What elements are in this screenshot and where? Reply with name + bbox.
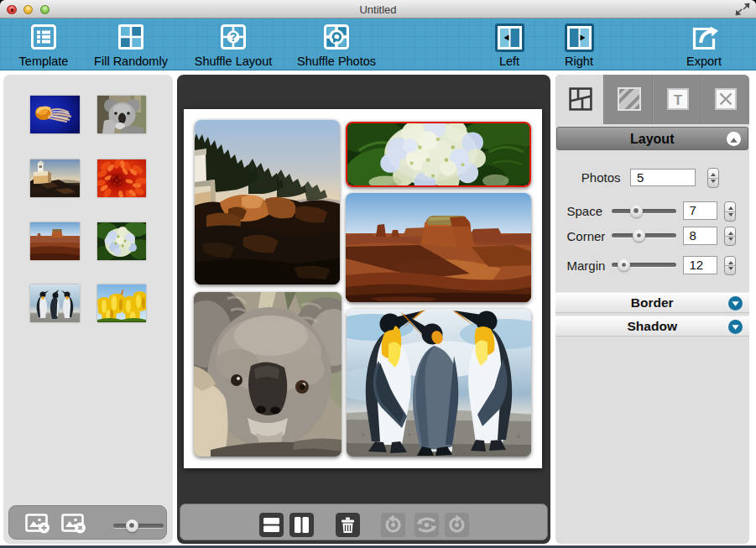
svg-text:T: T (673, 92, 682, 108)
svg-text:?: ? (230, 30, 237, 44)
